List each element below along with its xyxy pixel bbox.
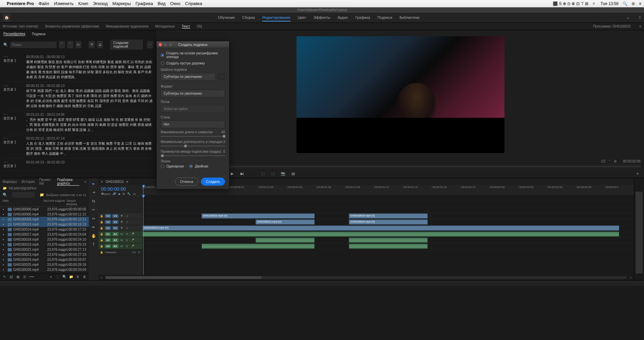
audio-track-lane[interactable] — [143, 237, 634, 243]
preset-more-button[interactable]: ⋯ — [218, 73, 225, 80]
close-icon[interactable] — [159, 43, 162, 46]
zoom-out-icon[interactable]: ○ — [100, 276, 103, 280]
razor-tool[interactable]: ✂ — [90, 206, 97, 213]
lift-button[interactable]: ⬚ — [260, 171, 266, 177]
transcript-text[interactable]: 。另外 無塵 室 中 的 溫度 溼度 靜電 壓力 磁場 以及 振動 等 也 都 … — [26, 117, 153, 132]
extract-button[interactable]: ⬚ — [270, 171, 276, 177]
app-name[interactable]: Premiere Pro — [7, 1, 34, 6]
clip-row[interactable]: ▪GH0100025.mp423,976 кадр/с00:00:28:16 — [0, 262, 89, 267]
automate-icon[interactable]: ⬚ — [55, 275, 60, 279]
new-item-icon[interactable]: 🗎 — [75, 275, 80, 279]
tab-project[interactable]: Проект: hel — [39, 178, 52, 185]
video-track-lane[interactable]: GH0100015.mp4 [V] — [143, 225, 634, 231]
share-icon[interactable]: ⇪ — [638, 15, 641, 20]
workspace-tab-1[interactable]: Сборка — [242, 14, 255, 21]
type-tool[interactable]: T — [90, 241, 97, 248]
zoom-slider[interactable]: ○━━ — [29, 275, 34, 279]
audio-track-header[interactable]: 🔒A1A1MS🎤 — [98, 231, 143, 237]
timeline-scrollbar[interactable] — [105, 276, 627, 279]
cancel-button[interactable]: Отмена — [175, 178, 198, 186]
menu-view[interactable]: Вид — [158, 1, 166, 6]
settings-icon[interactable]: ⚙ — [614, 159, 617, 163]
fit-dropdown-icon[interactable]: ˅ — [609, 159, 610, 163]
clip-row[interactable]: ▪GH0100009.mp423,976 кадр/с00:00:12:11 — [0, 217, 89, 222]
tab-metadata[interactable]: Метаданные — [155, 25, 175, 28]
goto-out-button[interactable]: ▶| — [239, 171, 245, 177]
search-input[interactable] — [10, 42, 57, 48]
workspace-tab-6[interactable]: Графика — [355, 14, 370, 21]
workspace-tab-2[interactable]: Редактирование — [262, 14, 290, 21]
maxlen-slider[interactable] — [161, 136, 225, 137]
audio-track-lane[interactable] — [143, 243, 634, 249]
clip-row[interactable]: ▪GH0100023.mp423,976 кадр/с00:00:27:23 — [0, 252, 89, 257]
bin-search-input[interactable] — [12, 192, 35, 198]
workspace-tab-7[interactable]: Подписи — [377, 14, 392, 21]
workspace-tab-0[interactable]: Обучение — [218, 14, 235, 21]
transcript-item[interactable]: ⋯发言者 1 00:00:31:10 - 00:01:00:13接下來 就讓 我… — [3, 82, 153, 111]
video-track-header[interactable]: 🔒V2V2👁◇ — [98, 219, 143, 225]
clip-row[interactable]: ▪GH0100014.mp423,976 кадр/с00:00:17:23 — [0, 227, 89, 232]
tab-source[interactable]: Источник: (нет клипов) — [3, 25, 38, 28]
timeline-clip[interactable] — [349, 244, 427, 249]
selection-tool[interactable]: ▸ — [90, 180, 97, 187]
radio-empty-track[interactable] — [161, 61, 164, 65]
program-viewer[interactable] — [297, 36, 504, 153]
clip-row[interactable]: ▪GH0100022.mp423,976 кадр/с00:00:27:13 — [0, 247, 89, 252]
track-select-tool[interactable]: ⇥ — [90, 189, 97, 196]
close-sequence-icon[interactable]: × — [101, 180, 103, 184]
timeline-clip[interactable]: GH0100023.mp4 [V] — [256, 220, 315, 225]
tab-bin[interactable]: Подборка: graphics — [57, 178, 79, 186]
workspace-tab-3[interactable]: Цвет — [298, 14, 306, 21]
video-track-header[interactable]: 🔒V3V3👁◇ — [98, 213, 143, 219]
timeline-clip[interactable] — [349, 238, 427, 243]
transcript-item[interactable]: ⋯发言者 1 00:01:49:19 - 00:02:05:20 — [3, 158, 153, 171]
more-options-button[interactable]: ⋯ — [147, 41, 153, 48]
zoom-in-icon[interactable]: ○ — [630, 276, 632, 280]
video-track-lane[interactable]: GH0100026.mp4 [V]GH0100024.mp4 [V] — [143, 213, 634, 219]
prev-result-button[interactable]: ˄ — [59, 41, 65, 48]
sort-icon[interactable]: ≡ — [49, 275, 53, 279]
clip-row[interactable]: ▪GH0100006.mp423,976 кадр/с00:00:11:12 — [0, 212, 89, 217]
menu-sequence[interactable]: Эпизод — [93, 1, 108, 6]
drag-handle-icon[interactable]: ⋯ — [3, 84, 23, 87]
trash-icon[interactable]: 🗑 — [82, 275, 87, 279]
radio-double-line[interactable] — [189, 164, 193, 168]
audio-track-header[interactable]: 🔒A2A2MS🎤 — [98, 237, 143, 243]
find-icon[interactable]: 🔍 — [62, 275, 67, 279]
clip-row[interactable]: ▪GH0100017.mp423,976 кадр/с00:00:24:04 — [0, 232, 89, 237]
clip-row[interactable]: ▪GH0100000.mp423,976 кадр/с00:00:00:00 — [0, 207, 89, 212]
export-frame-button[interactable]: 📷 — [280, 171, 286, 177]
menu-edit[interactable]: Изменить — [54, 1, 74, 6]
mix-row[interactable]: 🔒Смешать0,0⊳ — [98, 249, 143, 255]
home-button[interactable]: 🏠 — [3, 14, 11, 22]
menu-clip[interactable]: Клип — [78, 1, 88, 6]
tab-markers[interactable]: Маркеры — [3, 180, 17, 184]
audio-track-header[interactable]: 🔒A3A3MS🎤 — [98, 243, 143, 249]
timeline-clip[interactable]: GH0100026.mp4 [V] — [202, 213, 315, 218]
icon-view-icon[interactable]: ▦ — [15, 275, 20, 279]
merge-button[interactable]: ⇈ — [89, 41, 95, 48]
radio-from-transcript[interactable] — [161, 53, 164, 57]
timeline-clip[interactable]: GH0100015.mp4 [V] — [143, 226, 619, 231]
hand-tool[interactable]: ✋ — [90, 233, 97, 239]
timeline-clip[interactable] — [256, 238, 315, 243]
clip-row[interactable]: ▪GH0100013.mp423,976 кадр/с00:00:16:18 — [0, 222, 89, 227]
transcript-item[interactable]: ⋯发言者 1 00:01:01:22 - 00:01:24:06。另外 無塵 室… — [3, 111, 153, 135]
timeline-clip[interactable] — [143, 232, 619, 237]
preset-select[interactable]: Субтитры по умолчанию˅ — [161, 73, 216, 81]
tab-text[interactable]: Текст — [182, 25, 190, 29]
add-button[interactable]: + — [635, 171, 641, 177]
stream-select[interactable]: Select an option˅ — [161, 105, 225, 113]
overflow-icon[interactable]: » — [627, 16, 629, 20]
transcript-text[interactable]: 臺灣 积體電路 製造 股份 有限公司 首創 專業 积體電路 製造 服務 模式 以… — [26, 59, 153, 80]
overflow-icon[interactable]: » — [84, 180, 86, 184]
timeline-clip[interactable]: GH0100024.mp4 [V] — [349, 213, 427, 218]
pencil-icon[interactable]: ✎ — [2, 275, 7, 279]
workspace-tab-8[interactable]: Библиотеки — [399, 14, 420, 21]
pen-tool[interactable]: ✒ — [90, 224, 97, 231]
sequence-name[interactable]: GH0100015 — [106, 180, 124, 184]
tab-obj[interactable]: Obj — [197, 25, 202, 28]
menu-extras-icon[interactable]: ≡ — [639, 1, 641, 6]
mindur-slider[interactable] — [161, 146, 225, 146]
menu-help[interactable]: Справка — [185, 1, 202, 6]
